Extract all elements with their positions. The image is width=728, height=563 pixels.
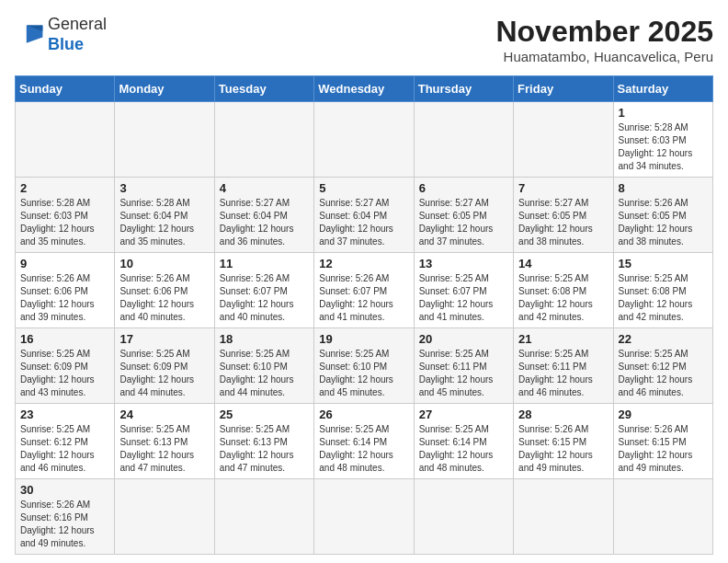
day-info: Sunrise: 5:28 AM Sunset: 6:03 PM Dayligh…	[20, 197, 109, 248]
calendar-cell: 28Sunrise: 5:26 AM Sunset: 6:15 PM Dayli…	[514, 404, 613, 479]
weekday-header-monday: Monday	[115, 76, 214, 102]
day-number: 24	[119, 408, 209, 421]
calendar-cell	[414, 102, 513, 178]
day-number: 5	[319, 181, 408, 195]
calendar-cell: 16Sunrise: 5:25 AM Sunset: 6:09 PM Dayli…	[16, 328, 115, 404]
calendar-cell: 27Sunrise: 5:25 AM Sunset: 6:14 PM Dayli…	[414, 404, 513, 479]
day-info: Sunrise: 5:26 AM Sunset: 6:06 PM Dayligh…	[20, 272, 109, 324]
day-number: 1	[619, 106, 708, 120]
calendar-cell	[314, 102, 414, 178]
day-number: 18	[220, 332, 309, 346]
calendar-cell: 5Sunrise: 5:27 AM Sunset: 6:04 PM Daylig…	[314, 178, 414, 253]
logo-blue: Blue	[48, 35, 84, 53]
calendar-week-row: 1Sunrise: 5:28 AM Sunset: 6:03 PM Daylig…	[16, 102, 713, 178]
weekday-header-saturday: Saturday	[613, 76, 712, 102]
day-info: Sunrise: 5:28 AM Sunset: 6:04 PM Dayligh…	[119, 197, 209, 248]
day-number: 20	[419, 332, 508, 346]
day-info: Sunrise: 5:25 AM Sunset: 6:09 PM Dayligh…	[20, 348, 109, 399]
calendar-cell	[16, 102, 115, 178]
logo-text: General Blue	[48, 15, 107, 54]
day-number: 12	[319, 257, 408, 270]
calendar-cell: 15Sunrise: 5:25 AM Sunset: 6:08 PM Dayli…	[613, 253, 712, 328]
title-area: November 2025 Huamatambo, Huancavelica, …	[495, 15, 713, 64]
calendar-week-row: 23Sunrise: 5:25 AM Sunset: 6:12 PM Dayli…	[16, 404, 713, 479]
day-info: Sunrise: 5:26 AM Sunset: 6:07 PM Dayligh…	[220, 272, 309, 324]
calendar-cell: 11Sunrise: 5:26 AM Sunset: 6:07 PM Dayli…	[214, 253, 313, 328]
day-number: 19	[319, 332, 408, 346]
day-number: 7	[518, 181, 608, 195]
logo: General Blue	[15, 15, 107, 54]
day-info: Sunrise: 5:25 AM Sunset: 6:11 PM Dayligh…	[419, 348, 508, 399]
location-subtitle: Huamatambo, Huancavelica, Peru	[495, 49, 713, 64]
calendar-cell	[514, 479, 613, 555]
day-number: 27	[419, 408, 508, 421]
weekday-header-tuesday: Tuesday	[214, 76, 313, 102]
calendar-cell: 3Sunrise: 5:28 AM Sunset: 6:04 PM Daylig…	[115, 178, 214, 253]
day-info: Sunrise: 5:25 AM Sunset: 6:08 PM Dayligh…	[619, 272, 708, 324]
calendar-cell: 4Sunrise: 5:27 AM Sunset: 6:04 PM Daylig…	[214, 178, 313, 253]
day-info: Sunrise: 5:25 AM Sunset: 6:13 PM Dayligh…	[119, 423, 209, 475]
day-number: 16	[20, 332, 109, 346]
calendar-cell: 20Sunrise: 5:25 AM Sunset: 6:11 PM Dayli…	[414, 328, 513, 404]
calendar-cell: 7Sunrise: 5:27 AM Sunset: 6:05 PM Daylig…	[514, 178, 613, 253]
day-number: 30	[20, 483, 109, 497]
day-info: Sunrise: 5:25 AM Sunset: 6:12 PM Dayligh…	[20, 423, 109, 475]
day-info: Sunrise: 5:25 AM Sunset: 6:14 PM Dayligh…	[319, 423, 408, 475]
day-number: 8	[619, 181, 708, 195]
weekday-header-sunday: Sunday	[16, 76, 115, 102]
calendar-cell: 12Sunrise: 5:26 AM Sunset: 6:07 PM Dayli…	[314, 253, 414, 328]
calendar-cell: 19Sunrise: 5:25 AM Sunset: 6:10 PM Dayli…	[314, 328, 414, 404]
calendar-week-row: 2Sunrise: 5:28 AM Sunset: 6:03 PM Daylig…	[16, 178, 713, 253]
calendar-cell	[115, 479, 214, 555]
day-info: Sunrise: 5:26 AM Sunset: 6:16 PM Dayligh…	[20, 499, 109, 550]
day-number: 4	[220, 181, 309, 195]
calendar-cell: 25Sunrise: 5:25 AM Sunset: 6:13 PM Dayli…	[214, 404, 313, 479]
calendar-cell	[414, 479, 513, 555]
calendar-cell: 23Sunrise: 5:25 AM Sunset: 6:12 PM Dayli…	[16, 404, 115, 479]
day-info: Sunrise: 5:26 AM Sunset: 6:07 PM Dayligh…	[319, 272, 408, 324]
day-number: 6	[419, 181, 508, 195]
calendar-cell	[214, 479, 313, 555]
day-info: Sunrise: 5:28 AM Sunset: 6:03 PM Dayligh…	[619, 121, 708, 173]
calendar-cell: 18Sunrise: 5:25 AM Sunset: 6:10 PM Dayli…	[214, 328, 313, 404]
weekday-header-wednesday: Wednesday	[314, 76, 414, 102]
day-number: 26	[319, 408, 408, 421]
calendar-cell: 24Sunrise: 5:25 AM Sunset: 6:13 PM Dayli…	[115, 404, 214, 479]
calendar-cell: 8Sunrise: 5:26 AM Sunset: 6:05 PM Daylig…	[613, 178, 712, 253]
day-number: 2	[20, 181, 109, 195]
calendar-cell	[314, 479, 414, 555]
weekday-header-friday: Friday	[514, 76, 613, 102]
calendar-cell: 29Sunrise: 5:26 AM Sunset: 6:15 PM Dayli…	[613, 404, 712, 479]
calendar-cell	[214, 102, 313, 178]
day-info: Sunrise: 5:25 AM Sunset: 6:08 PM Dayligh…	[518, 272, 608, 324]
day-number: 29	[619, 408, 708, 421]
day-info: Sunrise: 5:25 AM Sunset: 6:07 PM Dayligh…	[419, 272, 508, 324]
day-number: 25	[220, 408, 309, 421]
calendar-cell: 13Sunrise: 5:25 AM Sunset: 6:07 PM Dayli…	[414, 253, 513, 328]
day-info: Sunrise: 5:27 AM Sunset: 6:05 PM Dayligh…	[419, 197, 508, 248]
day-number: 11	[220, 257, 309, 270]
calendar-cell: 9Sunrise: 5:26 AM Sunset: 6:06 PM Daylig…	[16, 253, 115, 328]
logo-icon	[15, 22, 44, 48]
calendar-cell: 2Sunrise: 5:28 AM Sunset: 6:03 PM Daylig…	[16, 178, 115, 253]
day-info: Sunrise: 5:26 AM Sunset: 6:05 PM Dayligh…	[619, 197, 708, 248]
day-number: 28	[518, 408, 608, 421]
day-number: 10	[119, 257, 209, 270]
calendar-body: 1Sunrise: 5:28 AM Sunset: 6:03 PM Daylig…	[16, 102, 713, 555]
day-info: Sunrise: 5:25 AM Sunset: 6:10 PM Dayligh…	[220, 348, 309, 399]
day-info: Sunrise: 5:25 AM Sunset: 6:12 PM Dayligh…	[619, 348, 708, 399]
calendar-cell: 10Sunrise: 5:26 AM Sunset: 6:06 PM Dayli…	[115, 253, 214, 328]
day-info: Sunrise: 5:27 AM Sunset: 6:04 PM Dayligh…	[319, 197, 408, 248]
month-year-title: November 2025	[495, 15, 713, 49]
day-number: 3	[119, 181, 209, 195]
logo-general: General	[48, 15, 107, 33]
day-info: Sunrise: 5:25 AM Sunset: 6:11 PM Dayligh…	[518, 348, 608, 399]
calendar-cell: 30Sunrise: 5:26 AM Sunset: 6:16 PM Dayli…	[16, 479, 115, 555]
day-number: 9	[20, 257, 109, 270]
calendar-cell: 6Sunrise: 5:27 AM Sunset: 6:05 PM Daylig…	[414, 178, 513, 253]
calendar-cell	[514, 102, 613, 178]
calendar-table: SundayMondayTuesdayWednesdayThursdayFrid…	[15, 75, 713, 555]
calendar-header: SundayMondayTuesdayWednesdayThursdayFrid…	[16, 76, 713, 102]
calendar-cell: 14Sunrise: 5:25 AM Sunset: 6:08 PM Dayli…	[514, 253, 613, 328]
day-info: Sunrise: 5:25 AM Sunset: 6:13 PM Dayligh…	[220, 423, 309, 475]
